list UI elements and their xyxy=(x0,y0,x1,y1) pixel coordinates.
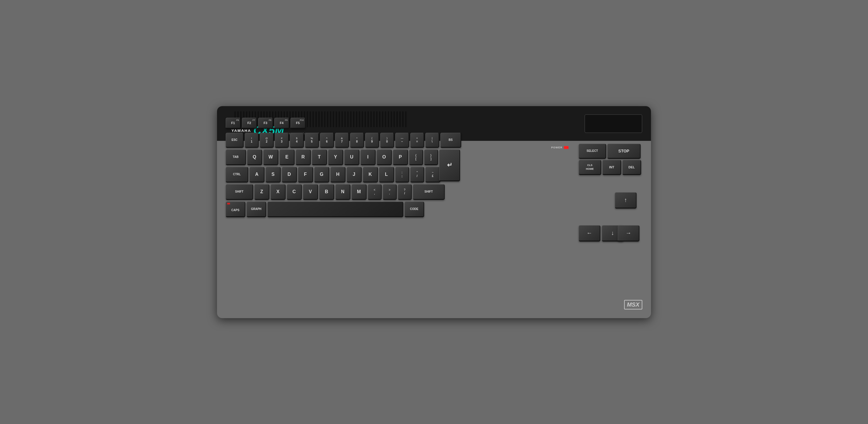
key-caps[interactable]: CAPS xyxy=(226,202,245,217)
nav-section: SELECT STOP CLSHOME INT DEL ↑ ← ↓ → xyxy=(579,144,642,309)
key-p[interactable]: P xyxy=(393,150,408,165)
key-m[interactable]: M xyxy=(351,184,367,200)
key-ctrl[interactable]: CTRL xyxy=(226,167,248,183)
key-o[interactable]: O xyxy=(377,150,392,165)
key-code[interactable]: CODE xyxy=(404,202,424,217)
key-semicolon[interactable]: :; xyxy=(395,167,409,183)
key-right[interactable]: → xyxy=(618,225,640,241)
key-j[interactable]: J xyxy=(347,167,362,183)
arrow-keys: ↑ ← ↓ → xyxy=(579,192,640,241)
key-minus[interactable]: —– xyxy=(395,133,409,148)
keyboard-container: F6 F1 F7 F2 F8 F3 F9 F4 F10 F5 ESC xyxy=(217,118,585,318)
key-k[interactable]: K xyxy=(363,167,378,183)
key-space[interactable] xyxy=(267,202,403,217)
key-period[interactable]: >. xyxy=(383,184,397,200)
key-cls-home[interactable]: CLSHOME xyxy=(579,160,601,175)
key-rshift[interactable]: SHIFT xyxy=(413,184,445,200)
key-v[interactable]: V xyxy=(303,184,318,200)
key-f3[interactable]: F8 F3 xyxy=(258,118,273,129)
key-2[interactable]: @2 xyxy=(260,133,274,148)
asdf-row: CTRL A S D F G H J K L :; "/ ~£ xyxy=(226,167,440,183)
space-row: CAPS GRAPH CODE xyxy=(226,202,424,217)
key-int[interactable]: INT xyxy=(602,160,621,175)
nav-top-row: SELECT STOP xyxy=(579,144,642,159)
key-6[interactable]: ^6 xyxy=(320,133,334,148)
key-rbracket[interactable]: }] xyxy=(424,150,438,165)
key-equals[interactable]: += xyxy=(410,133,424,148)
key-f5[interactable]: F10 F5 xyxy=(290,118,306,129)
key-left[interactable]: ← xyxy=(579,225,600,241)
key-f1[interactable]: F6 F1 xyxy=(226,118,241,129)
key-h[interactable]: H xyxy=(331,167,345,183)
key-stop[interactable]: STOP xyxy=(607,144,641,159)
number-row: ESC !1 @2 #3 $4 %5 ^6 &7 *8 xyxy=(226,133,461,148)
key-backslash[interactable]: |\ xyxy=(425,133,439,148)
key-l[interactable]: L xyxy=(379,167,394,183)
qwerty-row: TAB Q W E R T Y U I O P {[ }] ↵ xyxy=(226,150,460,165)
key-y[interactable]: Y xyxy=(328,150,343,165)
key-f2[interactable]: F7 F2 xyxy=(242,118,257,129)
cartridge-slot xyxy=(585,114,642,133)
key-tab[interactable]: TAB xyxy=(226,150,246,165)
key-enter[interactable]: ↵ xyxy=(439,150,460,181)
key-r[interactable]: R xyxy=(296,150,311,165)
key-7[interactable]: &7 xyxy=(335,133,349,148)
computer-body: YAMAHA CX 5 M MUSIC COMPUTER POWER F6 F1… xyxy=(217,106,651,318)
key-5[interactable]: %5 xyxy=(305,133,319,148)
key-c[interactable]: C xyxy=(287,184,302,200)
key-n[interactable]: N xyxy=(335,184,350,200)
key-9[interactable]: (9 xyxy=(365,133,379,148)
key-graph[interactable]: GRAPH xyxy=(247,202,266,217)
key-e[interactable]: E xyxy=(279,150,294,165)
key-select[interactable]: SELECT xyxy=(579,144,606,159)
key-t[interactable]: T xyxy=(312,150,327,165)
key-s[interactable]: S xyxy=(266,167,281,183)
key-del[interactable]: DEL xyxy=(622,160,641,175)
key-g[interactable]: G xyxy=(314,167,329,183)
key-q[interactable]: Q xyxy=(247,150,262,165)
key-tilde[interactable]: ~£ xyxy=(425,167,440,183)
key-0[interactable]: )0 xyxy=(380,133,394,148)
key-x[interactable]: X xyxy=(271,184,286,200)
key-quote[interactable]: "/ xyxy=(410,167,424,183)
nav-mid-row: CLSHOME INT DEL xyxy=(579,160,642,175)
key-lshift[interactable]: SHIFT xyxy=(226,184,253,200)
msx-logo: MSX xyxy=(624,300,642,309)
key-slash[interactable]: ?/ xyxy=(398,184,412,200)
key-d[interactable]: D xyxy=(282,167,297,183)
key-w[interactable]: W xyxy=(263,150,278,165)
key-a[interactable]: A xyxy=(249,167,265,183)
key-3[interactable]: #3 xyxy=(275,133,289,148)
key-b[interactable]: B xyxy=(319,184,334,200)
key-z[interactable]: Z xyxy=(254,184,269,200)
key-u[interactable]: U xyxy=(344,150,359,165)
key-bs[interactable]: BS xyxy=(440,133,461,148)
key-4[interactable]: $4 xyxy=(290,133,304,148)
key-f4[interactable]: F9 F4 xyxy=(274,118,289,129)
key-lbracket[interactable]: {[ xyxy=(409,150,423,165)
zxcv-row: SHIFT Z X C V B N M <, >. ?/ SHIFT xyxy=(226,184,445,200)
key-comma[interactable]: <, xyxy=(368,184,382,200)
key-esc[interactable]: ESC xyxy=(226,133,244,148)
key-i[interactable]: I xyxy=(361,150,376,165)
fn-row: F6 F1 F7 F2 F8 F3 F9 F4 F10 F5 xyxy=(226,118,306,129)
key-f[interactable]: F xyxy=(298,167,313,183)
key-up[interactable]: ↑ xyxy=(615,192,637,208)
key-1[interactable]: !1 xyxy=(245,133,259,148)
key-8[interactable]: *8 xyxy=(350,133,364,148)
